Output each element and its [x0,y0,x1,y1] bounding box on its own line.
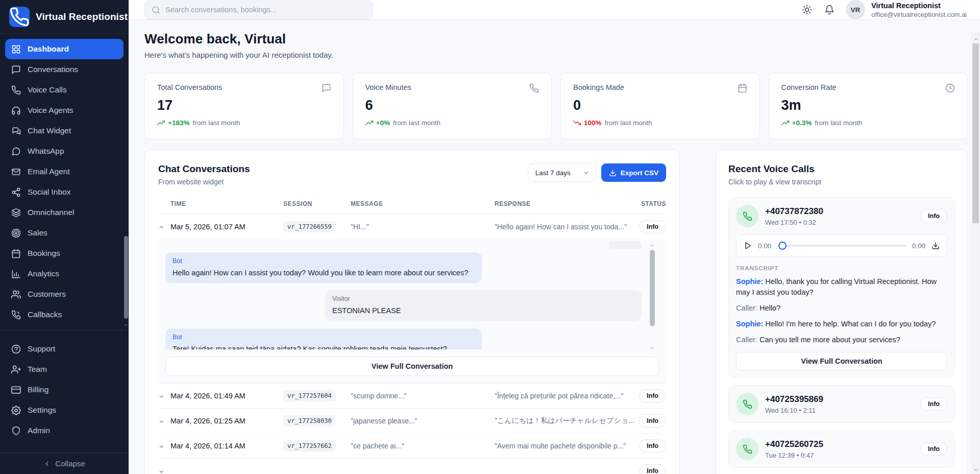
sidebar-item-label: Bookings [28,249,60,258]
user-menu[interactable]: VR Virtual Receptionist office@virtualre… [846,0,967,19]
sidebar-scroll-chevron-down-icon[interactable] [123,321,129,326]
player-seek-track[interactable] [777,245,905,247]
scroll-down-icon[interactable] [649,344,655,349]
topbar: VR Virtual Receptionist office@virtualre… [129,0,980,20]
sidebar-item-billing[interactable]: Billing [5,380,124,400]
stat-card-conversion-rate: Conversion Rate3m+0.3%from last month [769,73,968,139]
sidebar-item-bookings[interactable]: Bookings [5,243,124,264]
sidebar-item-label: Callbacks [28,310,62,319]
row-message: "japanesse please..." [351,417,495,425]
primary-nav: DashboardConversationsVoice CallsVoice A… [0,34,129,327]
sidebar-scrollbar-thumb[interactable] [124,236,128,319]
export-csv-button[interactable]: Export CSV [601,163,666,182]
sidebar-item-support[interactable]: Support [5,339,124,359]
session-id-badge: vr_177257604 [283,390,336,401]
row-message: "ce pachete ai..." [351,442,495,450]
collapse-button[interactable]: Collapse [0,453,129,474]
search-box[interactable] [144,1,373,19]
sidebar-item-team[interactable]: Team [5,359,124,380]
call-info-button[interactable]: Info [920,442,947,456]
avatar: VR [846,0,865,19]
search-icon [152,6,160,14]
sidebar-item-conversations[interactable]: Conversations [5,59,124,80]
scroll-up-icon[interactable] [649,241,655,247]
column-header-response: RESPONSE [495,200,634,207]
conversation-row[interactable]: Mar 5, 2026, 01:07 AMvr_177266559"HI..."… [158,214,666,239]
chevron-down-icon[interactable] [158,443,165,449]
play-icon[interactable] [744,242,752,250]
view-full-conversation-button[interactable]: View Full Conversation [736,352,947,370]
brand-name: Virtual Receptionist [36,11,128,22]
row-message: "scump domne..." [351,392,495,400]
download-icon [609,169,617,177]
date-range-select[interactable]: Last 7 days [528,163,596,182]
sidebar-item-omnichannel[interactable]: Omnichannel [5,202,124,223]
row-message: "HI..." [351,223,495,231]
page-scrollbar[interactable] [971,32,980,474]
chevron-left-icon [43,460,51,467]
call-info-button[interactable]: Info [920,397,947,411]
info-button[interactable]: Info [639,220,666,233]
sidebar-item-customers[interactable]: Customers [5,284,124,304]
chevron-up-icon[interactable] [158,223,165,230]
info-button[interactable]: Info [639,414,666,428]
view-full-conversation-button[interactable]: View Full Conversation [165,357,659,376]
conversation-row[interactable]: Mar 4, 2026, 01:49 AMvr_177257604"scump … [158,384,666,409]
stat-value: 3m [781,98,955,113]
scrollbar-up-icon[interactable] [973,35,979,41]
voice-call-card[interactable]: +40725395869Wed 16:10 • 2:11Info [728,385,955,423]
brand-header: Virtual Receptionist [0,0,129,34]
stat-delta-suffix: from last month [192,119,240,127]
sidebar-item-settings[interactable]: Settings [5,400,124,420]
voice-call-card[interactable]: +40737872380Wed 17:50 • 0:32Info0:000:00… [728,197,955,378]
chat-inner-scrollbar[interactable] [648,241,656,349]
sidebar-item-callbacks[interactable]: Callbacks [5,304,124,325]
sidebar-item-sales[interactable]: Sales [5,223,124,243]
stat-card-total-conversations: Total Conversations17+183%from last mont… [144,73,344,139]
brand-phone-icon [9,7,30,27]
call-info-button[interactable]: Info [920,209,947,223]
transcript-line: Caller: Can you tell me more about your … [736,335,947,345]
info-button[interactable]: Info [639,464,666,474]
sidebar-item-social-inbox[interactable]: Social Inbox [5,182,124,202]
sidebar-item-whatsapp[interactable]: WhatsApp [5,141,124,161]
bubble-sender: Visitor [332,295,634,302]
download-recording-icon[interactable] [932,242,940,250]
scrollbar-thumb[interactable] [972,43,979,223]
conversation-row[interactable]: Mar 4, 2026, 01:14 AMvr_177257662"ce pac… [158,434,666,459]
theme-toggle-sun-icon[interactable] [801,4,813,16]
chevron-down-icon[interactable] [158,468,165,474]
export-csv-label: Export CSV [621,169,658,177]
sidebar-divider [0,330,129,330]
sidebar-item-dashboard[interactable]: Dashboard [5,39,124,59]
conversation-row[interactable]: Mar 4, 2026, 01:25 AMvr_177258030"japane… [158,409,666,434]
chat-scrollbar-thumb[interactable] [650,250,655,326]
transcript-text: Hello! I'm here to help. What can I do f… [765,320,936,328]
sidebar-item-analytics[interactable]: Analytics [5,264,124,284]
player-seek-thumb[interactable] [778,242,787,250]
chevron-down-icon[interactable] [158,393,165,399]
player-current-time: 0:00 [758,242,771,250]
sidebar-item-voice-agents[interactable]: Voice Agents [5,100,124,121]
chevron-down-icon[interactable] [158,418,165,424]
sidebar-item-label: Settings [28,406,56,415]
chat-bubble-bot: BotTere! Kuidas ma saan teid täna aidata… [165,328,482,349]
sidebar-item-email-agent[interactable]: Email Agent [5,161,124,182]
info-button[interactable]: Info [639,389,666,402]
voice-call-card[interactable]: +40725260725Tue 12:39 • 0:47Info [728,430,955,468]
info-button[interactable]: Info [639,439,666,453]
conversation-row[interactable]: Info [158,459,666,474]
chat-scroll-area[interactable]: BotHello again! How can I assist you tod… [165,241,659,349]
stat-delta-suffix: from last month [605,119,652,127]
sidebar-item-voice-calls[interactable]: Voice Calls [5,80,124,100]
chat-bubble-bot: BotHello again! How can I assist you tod… [165,252,482,283]
search-input[interactable] [165,6,366,14]
scrollbar-down-icon[interactable] [973,466,979,472]
sidebar-item-chat-widget[interactable]: Chat Widget [5,121,124,141]
call-phone-icon [736,205,758,227]
sidebar-item-label: Customers [28,290,66,299]
audio-player: 0:000:00 [736,234,947,257]
notifications-bell-icon[interactable] [823,4,836,16]
sidebar-item-label: Social Inbox [28,187,70,197]
sidebar-item-admin[interactable]: Admin [5,420,124,441]
